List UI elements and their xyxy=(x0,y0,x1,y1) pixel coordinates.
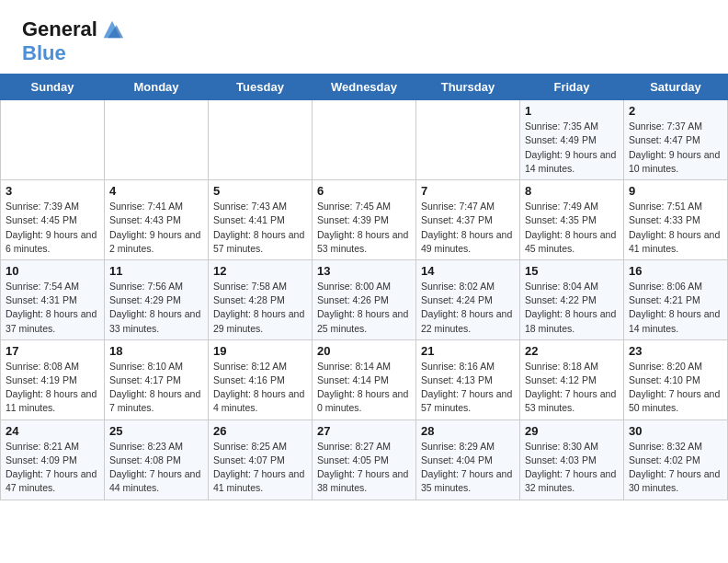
calendar-cell: 9Sunrise: 7:51 AM Sunset: 4:33 PM Daylig… xyxy=(624,180,728,260)
calendar-cell: 19Sunrise: 8:12 AM Sunset: 4:16 PM Dayli… xyxy=(209,339,313,419)
calendar-cell: 27Sunrise: 8:27 AM Sunset: 4:05 PM Dayli… xyxy=(313,419,416,500)
day-number: 6 xyxy=(317,184,411,198)
day-info: Sunrise: 8:32 AM Sunset: 4:02 PM Dayligh… xyxy=(629,440,722,496)
day-number: 25 xyxy=(109,424,203,438)
day-number: 18 xyxy=(109,344,203,358)
day-info: Sunrise: 7:35 AM Sunset: 4:49 PM Dayligh… xyxy=(525,120,619,176)
day-number: 20 xyxy=(317,344,411,358)
calendar-cell: 25Sunrise: 8:23 AM Sunset: 4:08 PM Dayli… xyxy=(105,419,209,500)
weekday-header: Saturday xyxy=(624,75,728,100)
day-number: 22 xyxy=(525,344,619,358)
weekday-header: Tuesday xyxy=(209,75,313,100)
day-info: Sunrise: 7:49 AM Sunset: 4:35 PM Dayligh… xyxy=(525,200,619,256)
day-info: Sunrise: 8:04 AM Sunset: 4:22 PM Dayligh… xyxy=(525,280,619,336)
day-info: Sunrise: 8:30 AM Sunset: 4:03 PM Dayligh… xyxy=(525,440,619,496)
calendar-cell: 22Sunrise: 8:18 AM Sunset: 4:12 PM Dayli… xyxy=(520,339,624,419)
logo-blue-text: Blue xyxy=(22,41,66,64)
day-info: Sunrise: 8:29 AM Sunset: 4:04 PM Dayligh… xyxy=(421,440,515,496)
calendar-week-row: 1Sunrise: 7:35 AM Sunset: 4:49 PM Daylig… xyxy=(1,100,728,180)
day-info: Sunrise: 7:39 AM Sunset: 4:45 PM Dayligh… xyxy=(6,200,99,256)
page-header: General Blue xyxy=(0,0,728,74)
calendar-week-row: 3Sunrise: 7:39 AM Sunset: 4:45 PM Daylig… xyxy=(1,180,728,260)
day-number: 5 xyxy=(213,184,307,198)
day-number: 8 xyxy=(525,184,619,198)
day-number: 21 xyxy=(421,344,515,358)
day-info: Sunrise: 8:10 AM Sunset: 4:17 PM Dayligh… xyxy=(109,360,203,416)
day-info: Sunrise: 8:12 AM Sunset: 4:16 PM Dayligh… xyxy=(213,360,307,416)
day-number: 13 xyxy=(317,264,411,278)
day-number: 30 xyxy=(629,424,722,438)
calendar-cell: 28Sunrise: 8:29 AM Sunset: 4:04 PM Dayli… xyxy=(416,419,520,500)
calendar-cell: 1Sunrise: 7:35 AM Sunset: 4:49 PM Daylig… xyxy=(520,100,624,180)
calendar-cell: 18Sunrise: 8:10 AM Sunset: 4:17 PM Dayli… xyxy=(105,339,209,419)
calendar-cell: 21Sunrise: 8:16 AM Sunset: 4:13 PM Dayli… xyxy=(416,339,520,419)
day-info: Sunrise: 8:27 AM Sunset: 4:05 PM Dayligh… xyxy=(317,440,411,496)
calendar-cell: 2Sunrise: 7:37 AM Sunset: 4:47 PM Daylig… xyxy=(624,100,728,180)
day-info: Sunrise: 8:08 AM Sunset: 4:19 PM Dayligh… xyxy=(6,360,99,416)
calendar-cell xyxy=(416,100,520,180)
day-number: 12 xyxy=(213,264,307,278)
day-info: Sunrise: 7:56 AM Sunset: 4:29 PM Dayligh… xyxy=(109,280,203,336)
calendar-week-row: 10Sunrise: 7:54 AM Sunset: 4:31 PM Dayli… xyxy=(1,259,728,339)
day-info: Sunrise: 8:00 AM Sunset: 4:26 PM Dayligh… xyxy=(317,280,411,336)
day-number: 17 xyxy=(6,344,99,358)
calendar-header: SundayMondayTuesdayWednesdayThursdayFrid… xyxy=(1,75,728,100)
day-info: Sunrise: 7:58 AM Sunset: 4:28 PM Dayligh… xyxy=(213,280,307,336)
calendar-cell xyxy=(313,100,416,180)
calendar-cell: 5Sunrise: 7:43 AM Sunset: 4:41 PM Daylig… xyxy=(209,180,313,260)
calendar-cell: 6Sunrise: 7:45 AM Sunset: 4:39 PM Daylig… xyxy=(313,180,416,260)
day-number: 2 xyxy=(629,104,722,118)
weekday-header: Wednesday xyxy=(313,75,416,100)
day-info: Sunrise: 7:51 AM Sunset: 4:33 PM Dayligh… xyxy=(629,200,722,256)
day-number: 27 xyxy=(317,424,411,438)
calendar-cell: 29Sunrise: 8:30 AM Sunset: 4:03 PM Dayli… xyxy=(520,419,624,500)
calendar-cell: 4Sunrise: 7:41 AM Sunset: 4:43 PM Daylig… xyxy=(105,180,209,260)
day-number: 1 xyxy=(525,104,619,118)
calendar-cell: 30Sunrise: 8:32 AM Sunset: 4:02 PM Dayli… xyxy=(624,419,728,500)
day-number: 23 xyxy=(629,344,722,358)
weekday-header: Monday xyxy=(105,75,209,100)
day-number: 24 xyxy=(6,424,99,438)
day-info: Sunrise: 8:18 AM Sunset: 4:12 PM Dayligh… xyxy=(525,360,619,416)
logo-text: General xyxy=(22,18,97,40)
day-number: 16 xyxy=(629,264,722,278)
day-number: 11 xyxy=(109,264,203,278)
calendar-cell: 20Sunrise: 8:14 AM Sunset: 4:14 PM Dayli… xyxy=(313,339,416,419)
calendar-cell xyxy=(209,100,313,180)
calendar-cell: 23Sunrise: 8:20 AM Sunset: 4:10 PM Dayli… xyxy=(624,339,728,419)
weekday-header: Friday xyxy=(520,75,624,100)
calendar-cell: 11Sunrise: 7:56 AM Sunset: 4:29 PM Dayli… xyxy=(105,259,209,339)
day-number: 29 xyxy=(525,424,619,438)
day-info: Sunrise: 7:47 AM Sunset: 4:37 PM Dayligh… xyxy=(421,200,515,256)
calendar-week-row: 17Sunrise: 8:08 AM Sunset: 4:19 PM Dayli… xyxy=(1,339,728,419)
calendar-cell: 16Sunrise: 8:06 AM Sunset: 4:21 PM Dayli… xyxy=(624,259,728,339)
day-number: 7 xyxy=(421,184,515,198)
day-info: Sunrise: 7:43 AM Sunset: 4:41 PM Dayligh… xyxy=(213,200,307,256)
calendar-cell: 7Sunrise: 7:47 AM Sunset: 4:37 PM Daylig… xyxy=(416,180,520,260)
logo-icon xyxy=(99,17,125,42)
day-info: Sunrise: 8:14 AM Sunset: 4:14 PM Dayligh… xyxy=(317,360,411,416)
calendar-cell: 13Sunrise: 8:00 AM Sunset: 4:26 PM Dayli… xyxy=(313,259,416,339)
day-info: Sunrise: 8:23 AM Sunset: 4:08 PM Dayligh… xyxy=(109,440,203,496)
calendar-table: SundayMondayTuesdayWednesdayThursdayFrid… xyxy=(0,74,728,500)
day-number: 14 xyxy=(421,264,515,278)
calendar-cell: 3Sunrise: 7:39 AM Sunset: 4:45 PM Daylig… xyxy=(1,180,105,260)
day-number: 15 xyxy=(525,264,619,278)
calendar-cell: 8Sunrise: 7:49 AM Sunset: 4:35 PM Daylig… xyxy=(520,180,624,260)
day-number: 9 xyxy=(629,184,722,198)
calendar-week-row: 24Sunrise: 8:21 AM Sunset: 4:09 PM Dayli… xyxy=(1,419,728,500)
calendar-cell: 24Sunrise: 8:21 AM Sunset: 4:09 PM Dayli… xyxy=(1,419,105,500)
day-info: Sunrise: 8:21 AM Sunset: 4:09 PM Dayligh… xyxy=(6,440,99,496)
day-info: Sunrise: 7:45 AM Sunset: 4:39 PM Dayligh… xyxy=(317,200,411,256)
day-number: 3 xyxy=(6,184,99,198)
day-info: Sunrise: 7:37 AM Sunset: 4:47 PM Dayligh… xyxy=(629,120,722,176)
day-number: 19 xyxy=(213,344,307,358)
day-info: Sunrise: 7:41 AM Sunset: 4:43 PM Dayligh… xyxy=(109,200,203,256)
calendar-cell: 15Sunrise: 8:04 AM Sunset: 4:22 PM Dayli… xyxy=(520,259,624,339)
day-info: Sunrise: 8:06 AM Sunset: 4:21 PM Dayligh… xyxy=(629,280,722,336)
day-info: Sunrise: 8:02 AM Sunset: 4:24 PM Dayligh… xyxy=(421,280,515,336)
calendar-cell xyxy=(1,100,105,180)
day-info: Sunrise: 8:16 AM Sunset: 4:13 PM Dayligh… xyxy=(421,360,515,416)
logo: General Blue xyxy=(22,17,125,64)
day-info: Sunrise: 7:54 AM Sunset: 4:31 PM Dayligh… xyxy=(6,280,99,336)
